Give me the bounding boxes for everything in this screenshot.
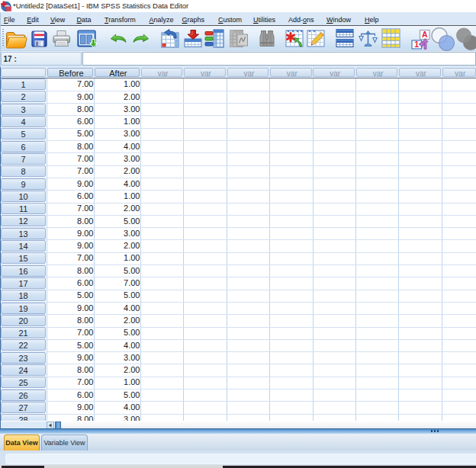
svg-text:A: A	[422, 30, 428, 39]
